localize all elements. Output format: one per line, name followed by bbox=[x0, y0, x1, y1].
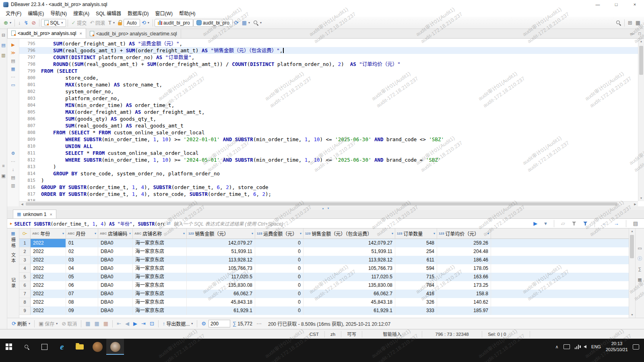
filter-history-icon[interactable]: ▾ bbox=[543, 220, 549, 227]
table-cell[interactable]: 135,830.08 bbox=[187, 281, 255, 290]
sql-editor-button[interactable]: SQL▾ bbox=[41, 19, 66, 27]
column-menu-icon[interactable]: ▾ bbox=[392, 232, 393, 235]
table-cell[interactable]: DBA0 bbox=[98, 273, 133, 281]
table-cell[interactable]: 66,062.7 bbox=[187, 290, 255, 298]
results-view-tab-active[interactable]: ▦栅格 bbox=[10, 231, 17, 249]
table-cell[interactable]: 海一家京东店 bbox=[133, 264, 187, 273]
menu-item[interactable]: SQL 编辑器 bbox=[93, 10, 124, 16]
back-icon[interactable]: ← bbox=[600, 220, 609, 227]
editor-hscroll-thumb[interactable] bbox=[26, 202, 617, 206]
taskbar-search-button[interactable] bbox=[18, 339, 35, 355]
table-cell[interactable]: 0 bbox=[255, 256, 303, 264]
table-cell[interactable]: 2022 bbox=[31, 298, 66, 306]
more-status-icon[interactable]: ⋯ bbox=[255, 320, 263, 327]
table-cell[interactable]: DBA0 bbox=[98, 247, 133, 256]
execute-statement-icon[interactable]: ▶ bbox=[11, 43, 14, 47]
taskbar-ie-button[interactable]: e bbox=[53, 339, 71, 355]
duplicate-row-icon[interactable]: ▦ bbox=[93, 320, 101, 327]
start-button[interactable] bbox=[0, 339, 18, 355]
table-cell[interactable]: 326 bbox=[395, 298, 437, 306]
insert-mode-indicator[interactable]: 智能插入 bbox=[362, 331, 422, 337]
column-header[interactable]: ABC月份▾ bbox=[66, 228, 98, 239]
editor-tab[interactable]: <audit_bi_pro> analysis.sql× bbox=[7, 28, 86, 38]
code-line[interactable]: 808 FROM (SELECT * FROM custom_online_sa… bbox=[19, 129, 638, 136]
column-header[interactable]: ABC店铺编码▾ bbox=[98, 228, 133, 239]
editor-vertical-scrollbar[interactable]: ▲ ▼ bbox=[638, 39, 644, 201]
editor-results-sash[interactable]: ▲ ▼ bbox=[7, 206, 644, 210]
table-cell[interactable]: 135,830.08 bbox=[303, 281, 395, 290]
row-header-corner[interactable] bbox=[19, 228, 31, 239]
timezone-indicator[interactable]: CST bbox=[304, 331, 325, 337]
code-line[interactable]: 816GROUP BY SUBSTR(order_time_t, 1, 4), … bbox=[19, 184, 638, 191]
execution-plan-icon[interactable]: ▦▾ bbox=[240, 19, 252, 26]
restore-panel-icon[interactable]: ⊟ bbox=[2, 33, 5, 37]
code-line[interactable]: 801 MAX(store_name) AS store_name_t, bbox=[19, 81, 638, 88]
column-menu-icon[interactable]: ▾ bbox=[300, 232, 301, 235]
close-results-tab-icon[interactable]: × bbox=[50, 212, 52, 217]
menu-item[interactable]: 编辑(E) bbox=[25, 10, 47, 16]
table-row[interactable]: 5202205DBA0海一家京东店117,020.50117,020.57151… bbox=[19, 273, 629, 281]
table-cell[interactable]: 140.62 bbox=[437, 298, 491, 306]
column-menu-icon[interactable]: ▾ bbox=[433, 232, 435, 235]
minimize-button[interactable]: — bbox=[588, 0, 607, 9]
execute-script-icon[interactable]: ≫ bbox=[11, 51, 16, 55]
editor-tab[interactable]: <audit_bi_pro> analysis_cleartime.sql bbox=[86, 29, 181, 38]
table-cell[interactable]: 2022 bbox=[31, 264, 66, 273]
editor-horizontal-scrollbar[interactable]: ◀ ▶ bbox=[19, 201, 638, 206]
table-cell[interactable]: 105,766.73 bbox=[303, 264, 395, 273]
scroll-up-icon[interactable]: ▲ bbox=[638, 39, 644, 44]
table-cell[interactable]: 66,062.7 bbox=[303, 290, 395, 298]
row-count-button[interactable]: ∑15,772 bbox=[231, 320, 254, 327]
table-cell[interactable]: 2022 bbox=[31, 281, 66, 290]
selection-indicator[interactable]: Sel: 0 | 0 bbox=[482, 331, 530, 337]
commit-type-icon[interactable]: ↓ bbox=[17, 19, 23, 26]
write-mode-indicator[interactable]: 可写 bbox=[341, 331, 362, 337]
disconnect-icon[interactable]: ⊘ bbox=[30, 19, 37, 26]
column-header[interactable]: 123销售金额（元）（包含运费）▾ bbox=[303, 228, 395, 239]
sash-up-icon[interactable]: ▲ bbox=[322, 207, 324, 210]
expand-filter-icon[interactable]: ⇄ bbox=[167, 221, 171, 226]
network-tray-icon[interactable] bbox=[575, 345, 579, 349]
table-cell[interactable]: 51,939.11 bbox=[303, 247, 395, 256]
sash-down-icon[interactable]: ▼ bbox=[327, 207, 330, 210]
hidden-icons-chevron[interactable]: ∧ bbox=[555, 344, 559, 350]
delete-row-icon[interactable]: ▦ bbox=[102, 320, 110, 327]
code-line[interactable]: 804 MIN(min_order_time) AS order_time_t, bbox=[19, 102, 638, 109]
app-button-1[interactable] bbox=[89, 339, 106, 355]
row-number[interactable]: 1 bbox=[19, 239, 31, 247]
table-cell[interactable]: 2022 bbox=[31, 247, 66, 256]
table-cell[interactable]: 08 bbox=[66, 298, 98, 306]
app-button-2-active[interactable] bbox=[106, 339, 124, 355]
editor-more-icon[interactable]: ⋯ bbox=[11, 159, 15, 164]
clock[interactable]: 20:13 2025/10/21 bbox=[606, 341, 628, 353]
table-cell[interactable]: 173.25 bbox=[437, 281, 491, 290]
table-cell[interactable]: DBA0 bbox=[98, 281, 133, 290]
table-cell[interactable]: 海一家京东店 bbox=[133, 298, 187, 306]
code-line[interactable]: 813 ) bbox=[19, 163, 638, 170]
column-menu-icon[interactable]: ▾ bbox=[62, 232, 64, 235]
table-cell[interactable]: 海一家京东店 bbox=[133, 239, 187, 247]
value-panel-icon[interactable]: ▭ bbox=[638, 246, 642, 251]
close-button[interactable]: × bbox=[625, 0, 644, 9]
grid-vscroll-thumb[interactable] bbox=[630, 235, 634, 258]
input-language[interactable]: ENG bbox=[591, 344, 601, 349]
clear-filter-icon[interactable]: ▱ bbox=[559, 220, 567, 227]
filters-icon[interactable] bbox=[582, 221, 589, 226]
code-line[interactable]: 815) bbox=[19, 177, 638, 184]
code-line[interactable]: 817ORDER BY SUBSTR(order_time_t, 1, 4), … bbox=[19, 191, 638, 197]
rollback-button[interactable]: ↶回滚 bbox=[88, 19, 107, 27]
table-cell[interactable]: 45,843.18 bbox=[187, 298, 255, 306]
row-number[interactable]: 2 bbox=[19, 247, 31, 256]
new-connection-icon[interactable]: ⊕▾ bbox=[2, 19, 13, 26]
table-cell[interactable]: 海一家京东店 bbox=[133, 281, 187, 290]
table-row[interactable]: 2202202DBA0海一家京东店51,939.11051,939.112542… bbox=[19, 247, 629, 256]
locale-indicator[interactable]: zh bbox=[325, 331, 341, 337]
grid-scroll-down-icon[interactable]: ▼ bbox=[629, 312, 635, 318]
search-icon[interactable] bbox=[614, 19, 623, 26]
more-actions-icon[interactable]: ⋯ bbox=[11, 75, 15, 79]
volume-tray-icon[interactable] bbox=[584, 345, 586, 348]
apply-filter-icon[interactable]: ▶ bbox=[532, 220, 539, 227]
fetch-size-input[interactable] bbox=[208, 320, 230, 327]
error-log-icon[interactable]: ▣ bbox=[1, 174, 5, 178]
outline-panel-icon[interactable]: ≡ bbox=[2, 164, 4, 168]
